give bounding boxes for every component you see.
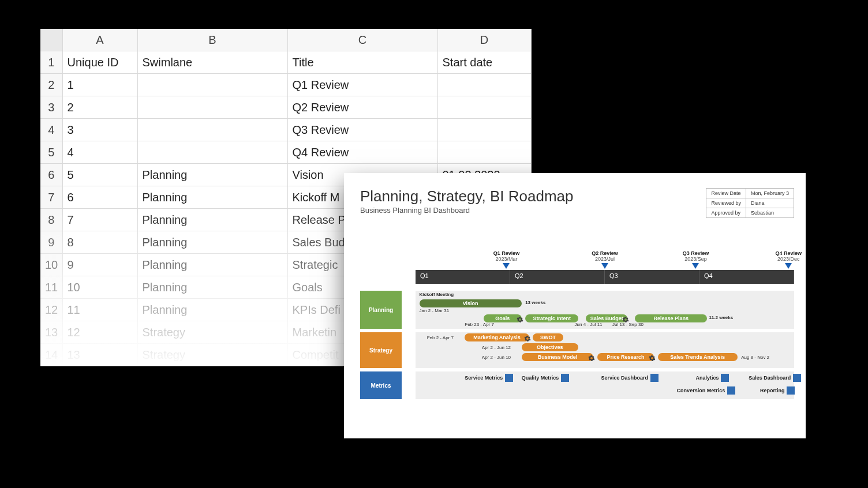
cell[interactable]: Planning — [137, 299, 287, 321]
cell[interactable]: 10 — [62, 276, 137, 299]
cell[interactable]: Swimlane — [137, 51, 287, 74]
roadmap-title: Planning, Strategy, BI Roadmap — [360, 188, 574, 205]
task-bar[interactable]: Business Model — [522, 353, 594, 361]
milestone: Q2 Review2023/Jul — [579, 250, 631, 269]
milestone-date: 2023/Dec — [762, 256, 814, 262]
col-header-B[interactable]: B — [137, 29, 287, 51]
cell[interactable]: 12 — [62, 321, 137, 344]
milestone-marker-icon — [785, 263, 792, 269]
col-header-C[interactable]: C — [287, 29, 437, 51]
cell[interactable]: 5 — [62, 164, 137, 186]
row-header[interactable]: 1 — [40, 51, 62, 74]
cell[interactable] — [137, 74, 287, 96]
lane-metrics-label: Metrics — [360, 371, 402, 399]
task-bar[interactable]: Sales Budget — [586, 314, 627, 322]
gear-icon — [517, 315, 523, 322]
cell[interactable]: Title — [287, 51, 437, 74]
task-bar-label: Objectives — [537, 344, 563, 350]
cell[interactable]: Planning — [137, 254, 287, 276]
task-bar[interactable]: Marketing Analysis — [465, 333, 529, 341]
meta-label: Reviewed by — [706, 198, 746, 208]
annotation: Apr 2 - Jun 10 — [482, 355, 511, 360]
task-bar[interactable]: SWOT — [533, 333, 563, 341]
metric-item[interactable]: Service Dashboard — [601, 374, 659, 382]
metric-item[interactable]: Reporting — [760, 386, 795, 395]
row-header[interactable]: 4 — [40, 119, 62, 141]
row-header[interactable]: 8 — [40, 209, 62, 231]
metric-item[interactable]: Quality Metrics — [522, 374, 570, 382]
cell[interactable]: 7 — [62, 209, 137, 231]
task-bar[interactable]: Sales Trends Analysis — [658, 353, 738, 361]
lane-planning: Planning Kickoff MeetingJan 2 - Mar 3113… — [360, 291, 794, 329]
select-all-corner[interactable] — [40, 29, 62, 51]
cell[interactable]: 8 — [62, 231, 137, 254]
milestone-date: 2023/Jul — [579, 256, 631, 262]
cell[interactable] — [437, 74, 531, 96]
cell[interactable] — [137, 119, 287, 141]
gear-icon — [649, 354, 656, 361]
annotation: Kickoff Meeting — [420, 292, 454, 297]
cell[interactable]: Start date — [437, 51, 531, 74]
cell[interactable]: Q1 Review — [287, 74, 437, 96]
task-bar-label: Sales Trends Analysis — [670, 354, 725, 360]
cell[interactable]: 2 — [62, 96, 137, 119]
cell[interactable]: Planning — [137, 209, 287, 231]
task-bar[interactable]: Release Plans — [635, 314, 707, 322]
cell[interactable]: Q3 Review — [287, 119, 437, 141]
cell[interactable]: Planning — [137, 164, 287, 186]
task-bar-label: Business Model — [538, 354, 578, 360]
col-header-A[interactable]: A — [62, 29, 137, 51]
cell[interactable]: 6 — [62, 186, 137, 209]
roadmap-body: Q1 Review2023/MarQ2 Review2023/JulQ3 Rev… — [360, 250, 794, 435]
annotation: Feb 2 - Apr 7 — [427, 335, 454, 340]
cell[interactable]: Planning — [137, 231, 287, 254]
task-bar[interactable]: Strategic Intent — [525, 314, 578, 322]
cell[interactable] — [437, 96, 531, 119]
row-header[interactable]: 13 — [40, 321, 62, 344]
metric-item[interactable]: Service Metrics — [465, 374, 513, 382]
metric-label: Sales Dashboard — [749, 375, 791, 381]
cell[interactable]: 13 — [62, 344, 137, 366]
cell[interactable]: Q2 Review — [287, 96, 437, 119]
milestone-date: 2023/Mar — [480, 256, 532, 262]
milestone-label: Q4 Review — [762, 250, 814, 256]
cell[interactable]: Strategy — [137, 321, 287, 344]
cell[interactable] — [437, 119, 531, 141]
metric-item[interactable]: Sales Dashboard — [749, 374, 801, 382]
col-header-D[interactable]: D — [437, 29, 531, 51]
row-header[interactable]: 12 — [40, 299, 62, 321]
cell[interactable]: 3 — [62, 119, 137, 141]
metric-item[interactable]: Conversion Metrics — [677, 386, 736, 395]
task-bar[interactable]: Vision — [420, 299, 522, 307]
lane-planning-label: Planning — [360, 291, 402, 329]
cell[interactable]: 9 — [62, 254, 137, 276]
row-header[interactable]: 3 — [40, 96, 62, 119]
cell[interactable]: Planning — [137, 186, 287, 209]
row-header[interactable]: 9 — [40, 231, 62, 254]
cell[interactable]: Q4 Review — [287, 141, 437, 164]
task-bar[interactable]: Price Research — [597, 353, 654, 361]
cell[interactable]: 4 — [62, 141, 137, 164]
meta-value: Mon, February 3 — [746, 189, 794, 198]
row-header[interactable]: 11 — [40, 276, 62, 299]
row-header[interactable]: 7 — [40, 186, 62, 209]
cell[interactable]: Planning — [137, 276, 287, 299]
row-header[interactable]: 14 — [40, 344, 62, 366]
cell[interactable]: 11 — [62, 299, 137, 321]
cell[interactable] — [437, 141, 531, 164]
cell[interactable]: 1 — [62, 74, 137, 96]
task-bar[interactable]: Objectives — [522, 343, 578, 351]
row-header[interactable]: 10 — [40, 254, 62, 276]
row-header[interactable]: 5 — [40, 141, 62, 164]
metric-item[interactable]: Analytics — [695, 374, 729, 382]
cell[interactable] — [137, 96, 287, 119]
cell[interactable] — [137, 141, 287, 164]
lane-strategy: Strategy Feb 2 - Apr 7Apr 2 - Jun 12Apr … — [360, 332, 794, 368]
row-header[interactable]: 2 — [40, 74, 62, 96]
gear-icon — [524, 334, 531, 341]
milestone-label: Q3 Review — [669, 250, 721, 256]
cell[interactable]: Strategy — [137, 344, 287, 366]
row-header[interactable]: 6 — [40, 164, 62, 186]
roadmap-meta-table: Review DateMon, February 3Reviewed byDia… — [706, 188, 794, 218]
cell[interactable]: Unique ID — [62, 51, 137, 74]
